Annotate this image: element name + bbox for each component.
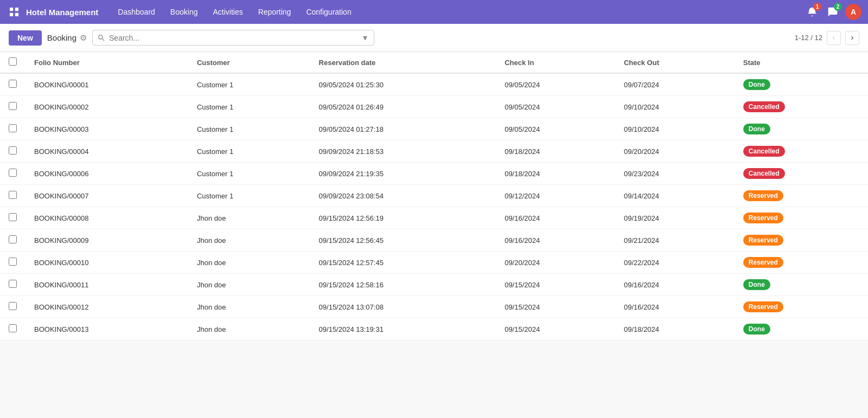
menu-item-booking[interactable]: Booking <box>164 4 205 20</box>
check-in-date: 09/12/2024 <box>496 185 615 207</box>
table-row[interactable]: BOOKING/00013 Jhon doe 09/15/2024 13:19:… <box>0 318 868 340</box>
state-cell: Done <box>735 118 868 140</box>
folio-number: BOOKING/00004 <box>25 140 188 163</box>
table-row[interactable]: BOOKING/00004 Customer 1 09/09/2024 21:1… <box>0 140 868 163</box>
state-badge: Done <box>743 79 770 90</box>
pagination-next-button[interactable] <box>845 31 859 45</box>
row-checkbox[interactable] <box>9 191 17 199</box>
row-checkbox-cell[interactable] <box>0 296 25 318</box>
table-row[interactable]: BOOKING/00010 Jhon doe 09/15/2024 12:57:… <box>0 252 868 274</box>
state-cell: Done <box>735 73 868 96</box>
state-badge: Reserved <box>743 235 783 246</box>
customer-name: Customer 1 <box>188 163 310 185</box>
row-checkbox[interactable] <box>9 80 17 88</box>
row-checkbox[interactable] <box>9 280 17 288</box>
folio-number: BOOKING/00009 <box>25 229 188 252</box>
page-title: Booking <box>47 33 76 42</box>
check-out-date: 09/22/2024 <box>615 252 735 274</box>
table-row[interactable]: BOOKING/00002 Customer 1 09/05/2024 01:2… <box>0 96 868 118</box>
row-checkbox[interactable] <box>9 213 17 221</box>
toolbar: New Booking ⚙ ▾ 1-12 / 12 <box>0 24 868 52</box>
reservation-date: 09/15/2024 13:07:08 <box>310 296 496 318</box>
check-in-date: 09/16/2024 <box>496 207 615 229</box>
svg-rect-1 <box>15 8 18 11</box>
search-input[interactable] <box>109 34 358 42</box>
menu-item-configuration[interactable]: Configuration <box>299 4 358 20</box>
check-in-date: 09/18/2024 <box>496 140 615 163</box>
row-checkbox-cell[interactable] <box>0 185 25 207</box>
table-row[interactable]: BOOKING/00006 Customer 1 09/09/2024 21:1… <box>0 163 868 185</box>
customer-name: Customer 1 <box>188 73 310 96</box>
notification-button[interactable]: 1 <box>804 4 820 20</box>
state-cell: Done <box>735 318 868 340</box>
customer-name: Customer 1 <box>188 185 310 207</box>
customer-name: Customer 1 <box>188 118 310 140</box>
table-row[interactable]: BOOKING/00012 Jhon doe 09/15/2024 13:07:… <box>0 296 868 318</box>
menu-item-dashboard[interactable]: Dashboard <box>111 4 162 20</box>
reservation-date: 09/05/2024 01:27:18 <box>310 118 496 140</box>
pagination-prev-button[interactable] <box>827 31 841 45</box>
row-checkbox-cell[interactable] <box>0 96 25 118</box>
reservation-date: 09/09/2024 21:18:53 <box>310 140 496 163</box>
row-checkbox[interactable] <box>9 324 17 332</box>
col-check-in: Check In <box>496 52 615 73</box>
row-checkbox[interactable] <box>9 146 17 155</box>
check-out-date: 09/16/2024 <box>615 296 735 318</box>
check-out-date: 09/07/2024 <box>615 73 735 96</box>
table-row[interactable]: BOOKING/00009 Jhon doe 09/15/2024 12:56:… <box>0 229 868 252</box>
row-checkbox-cell[interactable] <box>0 274 25 296</box>
check-in-date: 09/20/2024 <box>496 252 615 274</box>
svg-rect-0 <box>10 8 13 11</box>
col-reservation-date: Reservation date <box>310 52 496 73</box>
state-cell: Reserved <box>735 296 868 318</box>
table-row[interactable]: BOOKING/00007 Customer 1 09/09/2024 23:0… <box>0 185 868 207</box>
search-dropdown-button[interactable]: ▾ <box>361 33 369 43</box>
table-row[interactable]: BOOKING/00003 Customer 1 09/05/2024 01:2… <box>0 118 868 140</box>
row-checkbox-cell[interactable] <box>0 229 25 252</box>
row-checkbox[interactable] <box>9 235 17 243</box>
row-checkbox[interactable] <box>9 124 17 132</box>
row-checkbox[interactable] <box>9 102 17 110</box>
customer-name: Jhon doe <box>188 318 310 340</box>
reservation-date: 09/15/2024 12:56:45 <box>310 229 496 252</box>
row-checkbox-cell[interactable] <box>0 163 25 185</box>
row-checkbox-cell[interactable] <box>0 140 25 163</box>
table-row[interactable]: BOOKING/00011 Jhon doe 09/15/2024 12:58:… <box>0 274 868 296</box>
row-checkbox-cell[interactable] <box>0 318 25 340</box>
check-out-date: 09/19/2024 <box>615 207 735 229</box>
state-badge: Cancelled <box>743 101 785 112</box>
user-avatar[interactable]: A <box>845 4 861 20</box>
reservation-date: 09/15/2024 12:58:16 <box>310 274 496 296</box>
row-checkbox[interactable] <box>9 302 17 310</box>
check-in-date: 09/05/2024 <box>496 96 615 118</box>
check-out-date: 09/10/2024 <box>615 96 735 118</box>
state-cell: Reserved <box>735 185 868 207</box>
chat-button[interactable]: 2 <box>825 4 841 20</box>
state-cell: Done <box>735 274 868 296</box>
table-row[interactable]: BOOKING/00001 Customer 1 09/05/2024 01:2… <box>0 73 868 96</box>
menu-item-activities[interactable]: Activities <box>206 4 249 20</box>
table-row[interactable]: BOOKING/00008 Jhon doe 09/15/2024 12:56:… <box>0 207 868 229</box>
row-checkbox-cell[interactable] <box>0 252 25 274</box>
folio-number: BOOKING/00013 <box>25 318 188 340</box>
select-all-header[interactable] <box>0 52 25 73</box>
notification-badge: 1 <box>813 3 821 11</box>
row-checkbox[interactable] <box>9 258 17 266</box>
state-cell: Reserved <box>735 207 868 229</box>
grid-menu-icon[interactable] <box>7 4 22 20</box>
row-checkbox[interactable] <box>9 169 17 177</box>
chat-badge: 2 <box>834 3 842 11</box>
new-button[interactable]: New <box>9 30 42 46</box>
row-checkbox-cell[interactable] <box>0 118 25 140</box>
table-body: BOOKING/00001 Customer 1 09/05/2024 01:2… <box>0 73 868 340</box>
state-cell: Cancelled <box>735 140 868 163</box>
check-out-date: 09/10/2024 <box>615 118 735 140</box>
row-checkbox-cell[interactable] <box>0 73 25 96</box>
state-badge: Reserved <box>743 257 783 268</box>
select-all-checkbox[interactable] <box>9 57 17 66</box>
menu-item-reporting[interactable]: Reporting <box>252 4 298 20</box>
row-checkbox-cell[interactable] <box>0 207 25 229</box>
settings-gear-icon[interactable]: ⚙ <box>80 33 87 43</box>
state-cell: Reserved <box>735 252 868 274</box>
state-badge: Done <box>743 279 770 290</box>
